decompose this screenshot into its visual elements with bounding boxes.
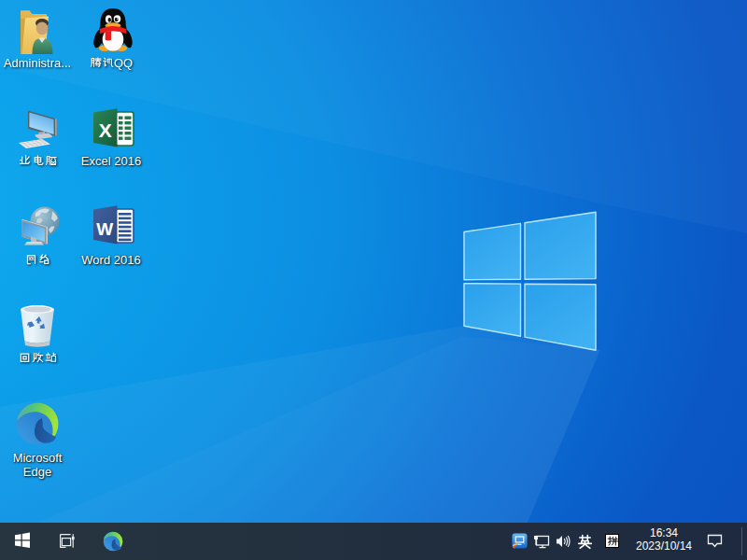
svg-text:W: W: [96, 219, 113, 239]
svg-text:X: X: [99, 119, 112, 141]
